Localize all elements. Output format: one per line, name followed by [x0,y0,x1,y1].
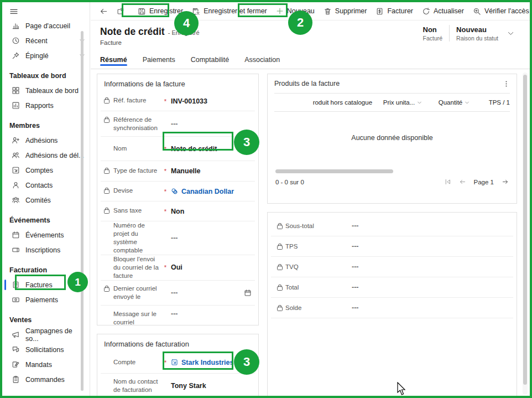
calendar-picker-icon[interactable] [244,289,252,297]
sidebar-item-label: Sollicitations [25,346,64,354]
total-row-solde: Solde --- [271,298,513,318]
sidebar-item-factures[interactable]: Factures [2,277,90,292]
lock-icon [277,266,283,270]
status-facture: Non Facturé [423,25,443,42]
account-link[interactable]: Stark Industries [171,359,233,366]
field-value-contact[interactable]: Tony Stark [171,382,252,390]
save-and-close-button[interactable]: Enregistrer et fermer [187,4,272,18]
currency-link[interactable]: Canadian Dollar [171,188,234,195]
sidebar-item-commandes[interactable]: Commandes [2,372,90,387]
hamburger-menu-icon[interactable] [2,2,90,17]
field-value-nom[interactable]: Note de crédit [171,145,252,153]
field-value-message-courriel[interactable]: --- [171,310,252,318]
vertical-scrollbar[interactable] [523,73,528,395]
total-row-sous-total: Sous-total --- [271,216,513,236]
sidebar-item-campagnes[interactable]: Campagnes de so... [2,327,90,342]
sidebar-item-recent[interactable]: Récent [2,33,90,48]
dashboard-icon [12,86,20,95]
total-value-total: --- [352,283,359,291]
sidebar-item-label: Récent [25,37,48,45]
tab-resume[interactable]: Résumé [100,51,127,69]
sidebar-item-rapports[interactable]: Rapports [2,98,90,113]
sidebar-item-contacts[interactable]: Contacts [2,178,90,193]
new-button-label: Nouveau [287,7,315,15]
sidebar-item-label: Comptes [25,167,53,174]
column-produit-hors-catalogue[interactable]: Produit hors catalogue [313,99,375,106]
people-icon [12,151,20,159]
sidebar-item-page-accueil[interactable]: Page d'accueil [2,18,90,33]
lock-icon [277,245,283,250]
lock-icon [104,99,109,104]
field-message-courriel: Message sur le courriel --- [101,306,255,337]
save-button[interactable]: Enregistrer [133,4,187,18]
total-label: Sous-total [285,223,314,229]
sidebar-item-adhesions[interactable]: Adhésions [2,133,90,148]
sidebar-section-ventes: Ventes [2,307,90,327]
sidebar-item-label: Factures [25,281,53,289]
next-page-icon[interactable] [502,178,509,185]
person-icon [12,181,20,189]
column-label: Quantité [439,99,462,106]
invoice-button[interactable]: Facturer [371,4,418,18]
sidebar-item-sollicitations[interactable]: Sollicitations [2,342,90,357]
column-label: Prix unita... [383,99,415,106]
column-quantite[interactable]: Quantité [430,99,478,106]
total-value-solde: --- [352,304,359,312]
scrollbar-thumb[interactable] [523,75,527,385]
field-value-numero-projet[interactable]: --- [171,234,252,242]
invoice-info-title: Informations de la facture [97,74,258,91]
field-type-facture: Type de facture Manuelle [101,161,255,182]
new-button[interactable]: Nouveau [272,4,319,18]
products-menu-icon[interactable] [503,80,510,87]
field-bloquer-envoi: Bloquer l'envoi du courriel de la factur… [101,255,255,281]
page-title: Note de crédit- Enregistré [100,26,200,38]
total-label: Total [285,284,299,291]
previous-page-icon[interactable] [459,178,466,185]
refresh-button[interactable]: Actualiser [418,4,468,18]
check-access-button[interactable]: Vérifier l'accès [468,4,532,18]
plus-icon [276,7,284,15]
sort-chevron-icon [417,100,422,105]
sidebar-item-label: Adhésions de dél... [25,152,84,159]
tab-paiements[interactable]: Paiements [143,51,175,69]
first-page-icon[interactable] [444,178,451,185]
sidebar-item-evenements[interactable]: Événements [2,228,90,242]
horizontal-scrollbar[interactable] [275,169,393,173]
lock-icon [104,189,109,194]
popout-button[interactable] [112,4,129,18]
back-button[interactable] [95,4,112,18]
sidebar-item-adhesions-delegues[interactable]: Adhésions de dél... [2,148,90,163]
field-compte: Compte Stark Industries [101,352,255,374]
field-reference-sync: Référence de synchronisation --- [101,111,255,137]
field-ref-facture: Réf. facture INV-001033 [101,91,255,111]
required-marker [160,188,171,195]
field-label: Compte [113,358,135,366]
sidebar-item-mandats[interactable]: Mandats [2,357,90,372]
field-value-bloquer-envoi[interactable]: Oui [171,263,252,271]
header-chevron-down-icon[interactable] [507,30,514,37]
clock-icon [12,37,20,45]
column-tps[interactable]: TPS / 1 [478,99,510,106]
refresh-icon [422,7,430,15]
sidebar-item-comites[interactable]: Comités [2,193,90,208]
sidebar-item-comptes[interactable]: Comptes [2,163,90,178]
save-button-label: Enregistrer [149,7,183,15]
sidebar-item-label: Contacts [25,182,53,189]
pin-icon [12,51,20,60]
lock-icon [104,287,109,292]
column-prix-unitaire[interactable]: Prix unita... [375,99,430,106]
delete-button[interactable]: Supprimer [319,4,372,18]
field-value-ref-facture: INV-001033 [171,97,252,105]
billing-info-panel: Informations de facturation Compte Stark… [97,334,259,398]
sidebar-item-paiements[interactable]: Paiements [2,292,90,307]
sidebar-item-epingle[interactable]: Épinglé [2,48,90,63]
sidebar-item-label: Inscriptions [25,246,60,254]
sidebar-item-inscriptions[interactable]: Inscriptions [2,242,90,257]
tab-comptabilite[interactable]: Comptabilité [191,51,229,69]
save-state-text: - Enregistré [168,29,200,36]
tab-association[interactable]: Association [244,51,280,69]
command-bar: Enregistrer Enregistrer et fermer Nouvea… [91,2,530,20]
lock-icon [277,225,283,229]
sidebar-item-tableaux-de-bord[interactable]: Tableaux de bord [2,83,90,98]
sidebar-scrollbar[interactable] [81,31,84,391]
